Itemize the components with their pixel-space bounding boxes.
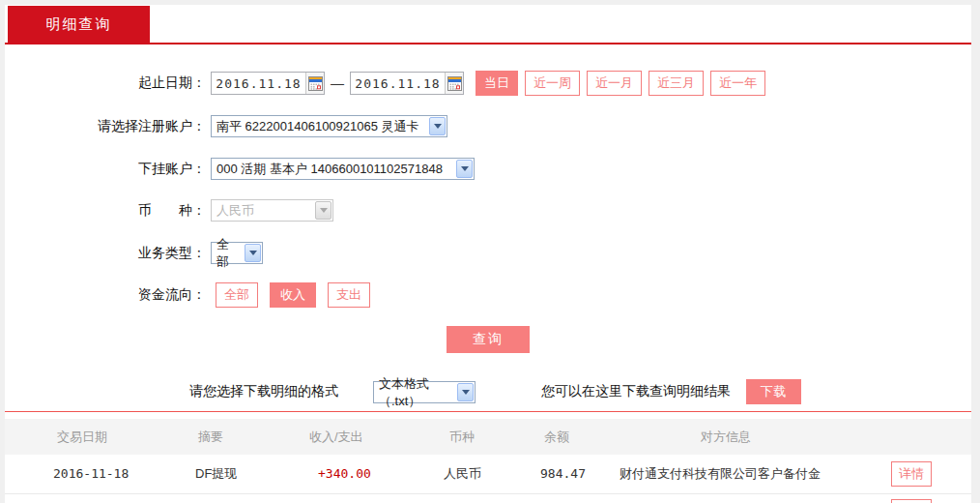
date-range-label: 起止日期： — [5, 74, 206, 92]
content-panel: 起止日期： 2016.11.18 — [5, 0, 971, 503]
currency-label: 币 种： — [5, 202, 206, 220]
date-from-value: 2016.11.18 — [212, 76, 305, 91]
chevron-down-icon — [429, 117, 446, 135]
download-format-value: 文本格式（.txt） — [379, 375, 453, 410]
cell-amount: +340.00 — [318, 455, 371, 493]
date-to-value: 2016.11.18 — [351, 76, 445, 91]
calendar-icon-svg — [447, 76, 462, 91]
download-row: 请您选择下载明细的格式 文本格式（.txt） 您可以在这里下载查询明细结果 下载 — [5, 379, 971, 404]
business-type-label: 业务类型： — [5, 245, 206, 262]
currency-row: 币 种： 人民币 — [5, 199, 971, 222]
sub-account-value: 000 活期 基本户 1406600101102571848 — [216, 161, 443, 178]
top-strip — [0, 0, 980, 5]
cell-summary: DF提现 — [195, 455, 237, 493]
table-header: 交易日期 摘要 收入/支出 币种 余额 对方信息 — [5, 419, 971, 455]
range-year-button[interactable]: 近一年 — [710, 71, 765, 96]
range-month-button[interactable]: 近一月 — [587, 71, 642, 96]
download-button[interactable]: 下载 — [746, 379, 801, 404]
col-header-date: 交易日期 — [57, 419, 107, 455]
register-account-select[interactable]: 南平 6222001406100921065 灵通卡 — [211, 115, 447, 137]
cell-currency: 人民币 — [444, 455, 481, 493]
col-header-summary: 摘要 — [198, 419, 223, 455]
detail-button[interactable]: 详情 — [891, 499, 932, 503]
date-range-row: 起止日期： 2016.11.18 — [5, 71, 971, 96]
currency-value: 人民币 — [216, 202, 254, 220]
download-format-select[interactable]: 文本格式（.txt） — [373, 381, 476, 403]
calendar-icon[interactable] — [305, 73, 324, 94]
range-quarter-button[interactable]: 近三月 — [649, 71, 704, 96]
fund-flow-label: 资金流向： — [5, 286, 206, 304]
result-divider — [5, 411, 971, 412]
date-range-controls: 2016.11.18 — [211, 71, 765, 96]
calendar-icon-svg — [308, 76, 323, 91]
col-header-balance: 余额 — [544, 419, 569, 455]
chevron-down-icon — [315, 201, 331, 220]
chevron-down-icon — [245, 244, 261, 262]
col-header-amount: 收入/支出 — [309, 419, 363, 455]
sub-account-row: 下挂账户： 000 活期 基本户 1406600101102571848 — [5, 158, 971, 180]
range-today-button[interactable]: 当日 — [476, 71, 518, 96]
fund-flow-row: 资金流向： 全部 收入 支出 — [5, 282, 971, 308]
business-type-select[interactable]: 全部 — [211, 242, 263, 264]
cell-counterparty: 财付通支付科技有限公司客户备付金 — [620, 455, 821, 493]
currency-select: 人民币 — [211, 199, 333, 222]
flow-all-button[interactable]: 全部 — [216, 282, 258, 308]
cell-date: 2016-11-18 — [53, 455, 129, 493]
sub-account-select[interactable]: 000 活期 基本户 1406600101102571848 — [211, 158, 475, 180]
col-header-currency: 币种 — [449, 419, 475, 455]
calendar-icon[interactable] — [445, 73, 463, 94]
detail-query-screen: 起止日期： 2016.11.18 — [0, 0, 980, 503]
query-button[interactable]: 查询 — [447, 326, 530, 353]
cell-balance: 984.47 — [540, 455, 586, 493]
business-type-value: 全部 — [216, 236, 241, 271]
tab-detail-query[interactable]: 明细查询 — [8, 6, 150, 43]
register-account-label: 请选择注册账户： — [5, 118, 206, 135]
chevron-down-icon — [456, 160, 473, 178]
tab-underline — [5, 43, 971, 44]
flow-expense-button[interactable]: 支出 — [328, 282, 370, 308]
register-account-row: 请选择注册账户： 南平 6222001406100921065 灵通卡 — [5, 115, 971, 137]
register-account-value: 南平 6222001406100921065 灵通卡 — [216, 118, 419, 135]
chevron-down-icon — [457, 383, 474, 401]
range-week-button[interactable]: 近一周 — [525, 71, 580, 96]
date-to-input[interactable]: 2016.11.18 — [350, 72, 464, 95]
date-from-input[interactable]: 2016.11.18 — [211, 72, 325, 95]
detail-button[interactable]: 详情 — [891, 461, 932, 487]
col-header-counterparty: 对方信息 — [701, 419, 751, 455]
sub-account-label: 下挂账户： — [5, 161, 206, 178]
business-type-row: 业务类型： 全部 — [5, 242, 971, 264]
download-hint-label: 您可以在这里下载查询明细结果 — [541, 379, 731, 404]
download-format-label: 请您选择下载明细的格式 — [189, 379, 338, 404]
date-separator: — — [331, 75, 344, 91]
table-row: 2016-11-18 DF提现 +340.00 人民币 984.47 财付通支付… — [5, 455, 971, 494]
flow-income-button[interactable]: 收入 — [270, 282, 316, 308]
